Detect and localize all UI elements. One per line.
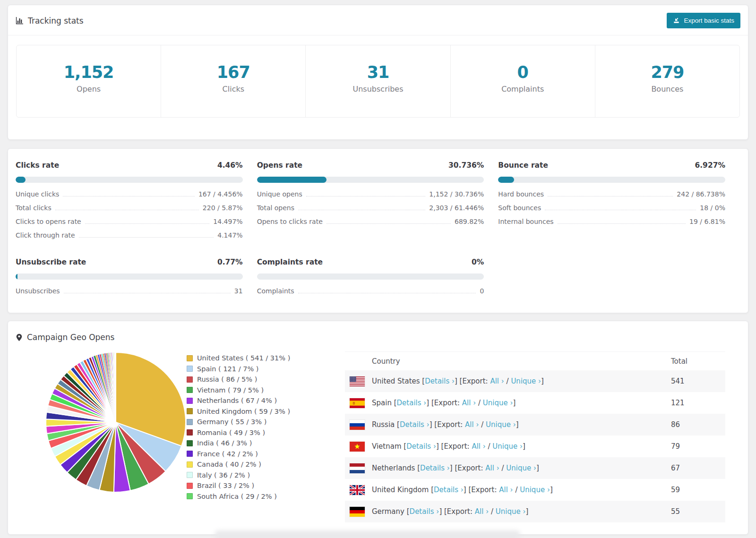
export-all-link[interactable]: All › (490, 377, 504, 385)
rate-title-label: Opens rate (257, 161, 302, 170)
rate-title-label: Unsubscribe rate (16, 258, 86, 266)
rate-detail-label: Hard bounces (498, 190, 544, 198)
rate-detail-value: 1,152 / 30.736% (429, 190, 484, 198)
details-link[interactable]: Details › (406, 442, 436, 451)
legend-color-swatch (187, 483, 193, 489)
country-name: Vietnam (372, 442, 402, 451)
export-all-link[interactable]: All › (472, 442, 485, 451)
export-all-link[interactable]: All › (475, 507, 489, 516)
rate-detail-row: Click through rate 4.147% (16, 231, 243, 239)
rate-progress-fill (16, 177, 26, 183)
export-unique-link[interactable]: Unique › (511, 377, 541, 385)
export-all-link[interactable]: All › (462, 399, 476, 407)
ru-flag-icon (350, 420, 365, 430)
country-name: United States (372, 377, 420, 385)
legend-color-swatch (187, 419, 193, 425)
export-unique-link[interactable]: Unique › (506, 464, 536, 472)
details-link[interactable]: Details › (397, 399, 427, 407)
rate-detail-row: Complaints 0 (257, 287, 484, 295)
country-name: Netherlands (372, 464, 415, 472)
table-row-ru: Russia [Details ›] [Export: All › / Uniq… (345, 414, 725, 436)
stat-value: 31 (306, 63, 450, 82)
dotted-leader (55, 210, 199, 210)
stat-cell-clicks: 167 Clicks (161, 45, 305, 117)
export-unique-link[interactable]: Unique › (496, 507, 526, 516)
dotted-leader (85, 223, 210, 224)
export-unique-link[interactable]: Unique › (520, 486, 550, 494)
legend-item: Canada ( 40 / 2% ) (187, 461, 345, 468)
details-link[interactable]: Details › (425, 377, 455, 385)
details-link[interactable]: Details › (434, 486, 464, 494)
legend-label: United Kingdom ( 59 / 3% ) (197, 408, 290, 415)
legend-item: Netherlands ( 67 / 4% ) (187, 397, 345, 404)
export-unique-link[interactable]: Unique › (483, 399, 513, 407)
rate-detail-label: Total clicks (16, 204, 52, 212)
country-name: Spain (372, 399, 392, 407)
legend-label: Brazil ( 33 / 2% ) (197, 482, 254, 489)
export-all-link[interactable]: All › (499, 486, 513, 494)
stat-value: 279 (595, 63, 739, 82)
details-link[interactable]: Details › (420, 464, 450, 472)
gb-flag-icon (350, 485, 365, 495)
export-all-link[interactable]: All › (465, 420, 479, 429)
export-unique-link[interactable]: Unique › (486, 420, 516, 429)
details-link[interactable]: Details › (400, 420, 430, 429)
rate-progress-track (16, 273, 243, 280)
country-total: 67 (671, 464, 725, 472)
legend-label: South Africa ( 29 / 2% ) (197, 493, 277, 500)
rate-detail-label: Unique opens (257, 190, 302, 198)
legend-color-swatch (187, 366, 193, 372)
legend-item: Spain ( 121 / 7% ) (187, 365, 345, 373)
bottom-peek-strip (215, 530, 520, 538)
vn-flag-icon (350, 442, 365, 452)
tracking-stats-title: Tracking stats (16, 16, 84, 26)
legend-item: Brazil ( 33 / 2% ) (187, 482, 345, 489)
rate-detail-value: 242 / 86.738% (677, 190, 725, 198)
country-total: 59 (671, 486, 725, 494)
rate-detail-row: Opens to clicks rate 689.82% (257, 218, 484, 225)
rate-detail-label: Clicks to opens rate (16, 218, 81, 225)
rate-title-label: Clicks rate (16, 161, 59, 170)
dotted-leader (63, 196, 195, 196)
export-unique-link[interactable]: Unique › (492, 442, 523, 451)
rate-detail-value: 2,303 / 61.446% (429, 204, 484, 212)
details-link[interactable]: Details › (410, 507, 439, 516)
campaign-geo-opens-card: Campaign Geo Opens United States ( 541 /… (8, 321, 748, 535)
rate-detail-label: Complaints (257, 287, 294, 295)
rate-panel-clicks-rate: Clicks rate 4.46% Unique clicks 167 / 4.… (16, 161, 243, 239)
legend-label: France ( 42 / 2% ) (197, 450, 258, 458)
dotted-leader (558, 223, 686, 224)
rate-title-value: 30.736% (448, 161, 484, 170)
rate-detail-label: Soft bounces (498, 204, 541, 212)
rate-title-label: Bounce rate (498, 161, 548, 170)
rate-detail-row: Unique clicks 167 / 4.456% (16, 190, 243, 198)
export-basic-stats-button[interactable]: Export basic stats (667, 13, 740, 28)
dotted-leader (545, 210, 696, 210)
legend-item: Romania ( 49 / 3% ) (187, 429, 345, 436)
rate-detail-row: Soft bounces 18 / 0% (498, 204, 725, 212)
rate-detail-row: Hard bounces 242 / 86.738% (498, 190, 725, 198)
stat-label: Opens (17, 85, 161, 94)
legend-label: Germany ( 55 / 3% ) (197, 418, 266, 426)
legend-label: Spain ( 121 / 7% ) (197, 365, 258, 373)
rate-title-value: 6.927% (695, 161, 725, 170)
country-total: 541 (671, 377, 725, 385)
legend-color-swatch (187, 461, 193, 468)
country-name: Germany (372, 507, 404, 516)
country-total: 121 (671, 399, 725, 407)
legend-item: Russia ( 86 / 5% ) (187, 376, 345, 383)
legend-item: India ( 46 / 3% ) (187, 439, 345, 447)
rate-progress-fill (257, 177, 327, 183)
country-column-header: Country (372, 357, 671, 366)
rate-panel-opens-rate: Opens rate 30.736% Unique opens 1,152 / … (257, 161, 484, 239)
geo-title: Campaign Geo Opens (16, 333, 740, 342)
rate-progress-track (498, 177, 725, 183)
de-flag-icon (350, 507, 365, 517)
country-total: 79 (671, 442, 725, 451)
export-all-link[interactable]: All › (485, 464, 499, 472)
total-column-header: Total (671, 357, 725, 366)
dotted-leader (306, 196, 426, 196)
legend-label: India ( 46 / 3% ) (197, 439, 252, 447)
rate-panel-bounce-rate: Bounce rate 6.927% Hard bounces 242 / 86… (498, 161, 725, 239)
pie-slice (115, 352, 116, 422)
